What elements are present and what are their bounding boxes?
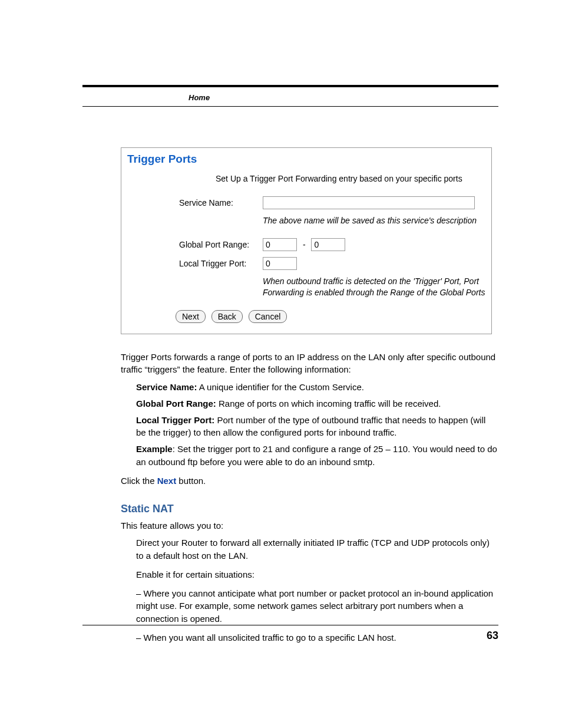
global-port-range-row: Global Port Range: - bbox=[127, 238, 485, 251]
def-example-term: Example bbox=[136, 444, 173, 454]
local-trigger-port-input[interactable] bbox=[263, 257, 297, 270]
footer-rule bbox=[82, 625, 498, 625]
definitions: Service Name: A unique identifier for th… bbox=[136, 381, 498, 469]
bullet-3: – Where you cannot anticipate what port … bbox=[136, 587, 498, 625]
click-pre: Click the bbox=[121, 476, 157, 486]
static-nat-heading: Static NAT bbox=[121, 501, 498, 516]
def-local-trigger-term: Local Trigger Port: bbox=[136, 415, 214, 425]
header-rule-thin bbox=[82, 106, 498, 107]
body-text: Trigger Ports forwards a range of ports … bbox=[121, 351, 498, 644]
global-port-range-label: Global Port Range: bbox=[127, 240, 263, 249]
def-global-port-term: Global Port Range: bbox=[136, 398, 216, 409]
header-rule-thick bbox=[82, 85, 498, 87]
service-name-hint: The above name will be saved as this ser… bbox=[263, 215, 485, 226]
service-name-label: Service Name: bbox=[127, 198, 263, 207]
def-example: Example: Set the trigger port to 21 and … bbox=[136, 443, 498, 469]
bullet-1: Direct your Router to forward all extern… bbox=[136, 536, 498, 562]
def-global-port: Global Port Range: Range of ports on whi… bbox=[136, 397, 498, 410]
local-trigger-port-row: Local Trigger Port: bbox=[127, 257, 485, 270]
intro-paragraph: Trigger Ports forwards a range of ports … bbox=[121, 351, 498, 377]
click-next-line: Click the Next button. bbox=[121, 475, 498, 487]
cancel-button[interactable]: Cancel bbox=[249, 310, 287, 323]
trigger-ports-panel: Trigger Ports Set Up a Trigger Port Forw… bbox=[121, 147, 492, 334]
panel-title: Trigger Ports bbox=[127, 153, 485, 166]
panel-button-bar: Next Back Cancel bbox=[176, 310, 485, 323]
local-trigger-port-label: Local Trigger Port: bbox=[127, 259, 263, 268]
back-button[interactable]: Back bbox=[211, 310, 243, 323]
document-page: Home Trigger Ports Set Up a Trigger Port… bbox=[0, 0, 562, 728]
bullet-2: Enable it for certain situations: bbox=[136, 568, 498, 581]
page-number: 63 bbox=[487, 630, 498, 642]
service-name-input[interactable] bbox=[263, 196, 475, 209]
def-service-name: Service Name: A unique identifier for th… bbox=[136, 381, 498, 394]
service-name-row: Service Name: bbox=[127, 196, 485, 209]
panel-subtitle: Set Up a Trigger Port Forwarding entry b… bbox=[216, 174, 485, 183]
breadcrumb: Home bbox=[189, 93, 210, 102]
def-global-port-text: Range of ports on which incoming traffic… bbox=[216, 398, 441, 409]
def-example-text: : Set the trigger port to 21 and configu… bbox=[136, 444, 497, 467]
next-button[interactable]: Next bbox=[176, 310, 206, 323]
static-nat-bullets: Direct your Router to forward all extern… bbox=[136, 536, 498, 644]
def-service-name-text: A unique identifier for the Custom Servi… bbox=[197, 382, 363, 392]
def-service-name-term: Service Name: bbox=[136, 382, 197, 392]
def-local-trigger: Local Trigger Port: Port number of the t… bbox=[136, 414, 498, 440]
global-port-from-input[interactable] bbox=[263, 238, 297, 251]
range-separator: - bbox=[303, 240, 306, 249]
trigger-hint: When outbound traffic is detected on the… bbox=[263, 276, 485, 298]
click-post: button. bbox=[176, 476, 206, 486]
next-link[interactable]: Next bbox=[157, 476, 177, 486]
static-nat-intro: This feature allows you to: bbox=[121, 519, 498, 532]
page-content: Trigger Ports Set Up a Trigger Port Forw… bbox=[121, 147, 498, 650]
global-port-to-input[interactable] bbox=[311, 238, 345, 251]
bullet-4: – When you want all unsolicited traffic … bbox=[136, 631, 498, 644]
